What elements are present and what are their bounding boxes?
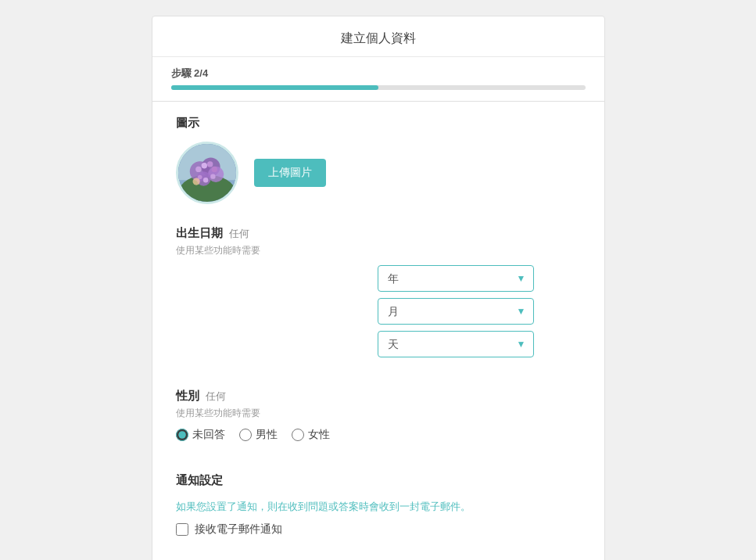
- gender-radio-group: 未回答 男性 女性: [176, 428, 581, 442]
- notify-info-text: 如果您設置了通知，則在收到問題或答案時會收到一封電子郵件。: [176, 499, 581, 515]
- day-select[interactable]: 天 1 2 3 4 5 6 7 8 9 10: [378, 331, 534, 357]
- gender-hint: 使用某些功能時需要: [176, 407, 581, 420]
- gender-label-row: 性別 任何: [176, 389, 581, 404]
- birthday-label-row: 出生日期 任何: [176, 226, 581, 241]
- year-select-wrapper: 年 1990 1991 1992 1993 1994 1995 2000 ▼: [378, 265, 534, 292]
- svg-point-7: [195, 167, 201, 172]
- step-label: 步驟 2/4: [171, 66, 586, 81]
- page-title: 建立個人資料: [152, 16, 604, 57]
- progress-section: 步驟 2/4: [152, 57, 604, 90]
- gender-radio-unanswered[interactable]: 未回答: [176, 428, 225, 442]
- notify-checkbox-row[interactable]: 接收電子郵件通知: [176, 522, 581, 537]
- birthday-optional: 任何: [229, 227, 249, 241]
- upload-image-button[interactable]: 上傳圖片: [254, 159, 326, 187]
- avatar-area: 上傳圖片: [176, 142, 581, 204]
- gender-section: 性別 任何 使用某些功能時需要 未回答 男性 女性: [152, 375, 604, 442]
- avatar-section: 圖示: [152, 102, 604, 204]
- svg-point-8: [201, 163, 206, 168]
- day-select-wrapper: 天 1 2 3 4 5 6 7 8 9 10 ▼: [378, 331, 534, 357]
- year-select[interactable]: 年 1990 1991 1992 1993 1994 1995 2000: [378, 265, 534, 292]
- svg-point-9: [207, 161, 213, 167]
- gender-radio-female-input[interactable]: [292, 429, 304, 441]
- gender-optional: 任何: [206, 389, 226, 404]
- notify-email-checkbox[interactable]: [176, 523, 188, 536]
- gender-radio-male[interactable]: 男性: [239, 428, 278, 442]
- gender-label: 性別: [176, 389, 199, 404]
- avatar-image: [178, 142, 236, 204]
- gender-radio-unanswered-input[interactable]: [176, 429, 188, 441]
- notify-section: 通知設定 如果您設置了通知，則在收到問題或答案時會收到一封電子郵件。 接收電子郵…: [152, 459, 604, 537]
- birthday-hint: 使用某些功能時需要: [176, 244, 581, 257]
- gender-female-label: 女性: [308, 428, 330, 442]
- gender-male-label: 男性: [256, 428, 278, 442]
- avatar-section-title: 圖示: [176, 116, 581, 131]
- birthday-section: 出生日期 任何 使用某些功能時需要 年 1990 1991 1992 1993 …: [152, 212, 604, 357]
- svg-point-11: [210, 174, 215, 178]
- gender-radio-male-input[interactable]: [239, 429, 252, 441]
- svg-point-10: [211, 167, 217, 172]
- notify-email-label: 接收電子郵件通知: [195, 522, 282, 537]
- gender-unanswered-label: 未回答: [192, 428, 225, 442]
- notify-section-title: 通知設定: [176, 473, 581, 488]
- svg-point-14: [192, 178, 199, 185]
- birthday-label: 出生日期: [176, 226, 223, 241]
- svg-point-12: [202, 178, 207, 182]
- month-select[interactable]: 月 1月 2月 3月 4月 5月 6月 7月 8月 9月 10月 11月 12月: [378, 298, 534, 325]
- birthday-select-group: 年 1990 1991 1992 1993 1994 1995 2000 ▼ 月…: [176, 265, 534, 357]
- progress-bar-background: [171, 85, 586, 90]
- avatar: [176, 142, 238, 204]
- progress-bar-fill: [171, 85, 378, 90]
- gender-radio-female[interactable]: 女性: [292, 428, 330, 442]
- month-select-wrapper: 月 1月 2月 3月 4月 5月 6月 7月 8月 9月 10月 11月 12月: [378, 298, 534, 325]
